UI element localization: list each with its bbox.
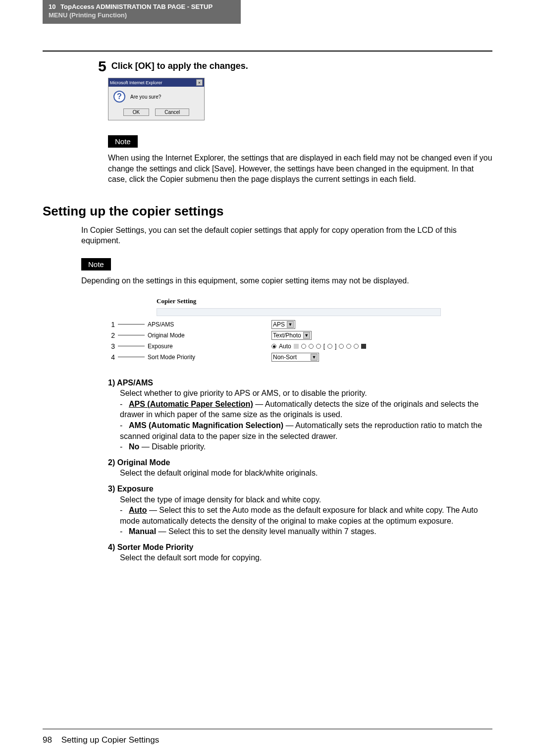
def-num-1: 1) (108, 378, 115, 387)
chevron-down-icon: ▼ (303, 332, 310, 339)
dialog-titlebar: Microsoft Internet Explorer × (108, 78, 204, 87)
copier-row-original: 2 Original Mode Text/Photo ▼ (107, 330, 441, 341)
def-text-3: Select the type of image density for bla… (120, 494, 492, 505)
sort-mode-select[interactable]: Non-Sort ▼ (271, 353, 319, 362)
section-intro: In Copier Settings, you can set the defa… (81, 225, 492, 246)
copier-setting-panel: Copier Setting 1 APS/AMS APS ▼ 2 Origina… (107, 297, 441, 363)
confirm-dialog: Microsoft Internet Explorer × ? Are you … (108, 78, 205, 120)
copier-panel-bar (157, 308, 441, 316)
bottom-rule (43, 729, 492, 729)
top-rule (43, 51, 492, 52)
callout-4: 4 (107, 353, 115, 361)
def-text-2: Select the default original mode for bla… (120, 468, 492, 479)
density-radio[interactable] (309, 344, 314, 349)
def-item-2: 2) Original Mode Select the default orig… (108, 457, 492, 479)
original-mode-select[interactable]: Text/Photo ▼ (271, 331, 312, 340)
def-text-4: Select the default sort mode for copying… (120, 552, 492, 563)
question-icon: ? (113, 91, 125, 103)
section-heading: Setting up the copier settings (43, 204, 492, 219)
chevron-down-icon: ▼ (311, 354, 318, 361)
density-radio[interactable] (316, 344, 321, 349)
dialog-title: Microsoft Internet Explorer (110, 80, 162, 85)
sort-mode-label: Sort Mode Priority (148, 354, 271, 361)
callout-3: 3 (107, 342, 115, 350)
note-badge-2: Note (81, 258, 111, 270)
ok-button[interactable]: OK (123, 108, 149, 116)
copier-row-sort: 4 Sort Mode Priority Non-Sort ▼ (107, 352, 441, 363)
callout-2: 2 (107, 331, 115, 339)
chapter-number: 10 (49, 3, 55, 10)
aps-ams-value: APS (273, 321, 285, 328)
dialog-message: Are you sure? (130, 94, 161, 100)
bracket-close: ] (335, 343, 336, 350)
sort-mode-value: Non-Sort (273, 354, 297, 361)
def-sub-1b: -AMS (Automatic Magnification Selection)… (120, 420, 492, 441)
dialog-buttons: OK Cancel (108, 107, 204, 120)
callout-line (118, 357, 145, 357)
note-text-1: When using the Internet Explorer, the se… (108, 153, 492, 185)
bracket-open: [ (323, 343, 325, 350)
density-radio[interactable] (354, 344, 359, 349)
note-text-2: Depending on the settings in this equipm… (81, 275, 492, 286)
def-sub-1c: -No — Disable priority. (120, 441, 492, 452)
def-num-4: 4) (108, 543, 115, 551)
callout-line (118, 346, 145, 346)
footer-text: Setting up Copier Settings (61, 735, 160, 745)
density-light-icon (294, 344, 299, 349)
dialog-body: ? Are you sure? (108, 87, 204, 107)
step-text: Click [OK] to apply the changes. (111, 61, 248, 71)
def-sub-3b: -Manual — Select this to set the density… (120, 526, 492, 537)
def-num-2: 2) (108, 458, 115, 467)
density-radio[interactable] (301, 344, 306, 349)
step-number: 5 (98, 59, 107, 74)
aps-ams-select[interactable]: APS ▼ (271, 320, 295, 329)
chapter-header: 10 TopAccess ADMINISTRATION TAB PAGE - S… (43, 0, 241, 24)
original-mode-label: Original Mode (148, 332, 271, 339)
exposure-label: Exposure (148, 343, 271, 350)
definitions-list: 1) APS/AMS Select whether to give priori… (108, 378, 492, 564)
aps-ams-label: APS/AMS (148, 321, 271, 328)
chevron-down-icon: ▼ (287, 321, 294, 328)
copier-row-exposure: 3 Exposure Auto [ ] (107, 341, 441, 352)
def-sub-1a: -APS (Automatic Paper Selection) — Autom… (120, 399, 492, 420)
def-title-2: Original Mode (117, 458, 170, 467)
callout-line (118, 335, 145, 335)
def-num-3: 3) (108, 485, 115, 493)
def-item-3: 3) Exposure Select the type of image den… (108, 484, 492, 537)
density-dark-icon (361, 344, 366, 349)
close-icon[interactable]: × (196, 79, 203, 86)
def-title-1: APS/AMS (117, 378, 153, 387)
page-number: 98 (43, 735, 52, 745)
original-mode-value: Text/Photo (273, 332, 301, 339)
def-title-3: Exposure (117, 485, 154, 493)
density-radio[interactable] (346, 344, 351, 349)
note-badge-1: Note (108, 135, 138, 148)
callout-line (118, 324, 145, 324)
step-5: 5 Click [OK] to apply the changes. (98, 59, 492, 74)
copier-panel-title: Copier Setting (157, 297, 441, 305)
chapter-title-2: MENU (Printing Function) (49, 11, 127, 19)
density-radio[interactable] (327, 344, 332, 349)
callout-1: 1 (107, 321, 115, 328)
def-text-1: Select whether to give priority to APS o… (120, 388, 492, 399)
chapter-title-1: TopAccess ADMINISTRATION TAB PAGE - SETU… (60, 3, 213, 10)
exposure-auto-radio[interactable] (271, 344, 276, 349)
def-item-4: 4) Sorter Mode Priority Select the defau… (108, 542, 492, 563)
def-item-1: 1) APS/AMS Select whether to give priori… (108, 378, 492, 452)
def-sub-3a: -Auto — Select this to set the Auto mode… (120, 505, 492, 526)
def-title-4: Sorter Mode Priority (117, 543, 194, 551)
exposure-auto-text: Auto (279, 343, 291, 350)
page-footer: 98 Setting up Copier Settings (43, 735, 159, 745)
copier-row-aps: 1 APS/AMS APS ▼ (107, 319, 441, 330)
density-radio[interactable] (339, 344, 344, 349)
cancel-button[interactable]: Cancel (155, 108, 189, 116)
exposure-control[interactable]: Auto [ ] (271, 343, 366, 350)
